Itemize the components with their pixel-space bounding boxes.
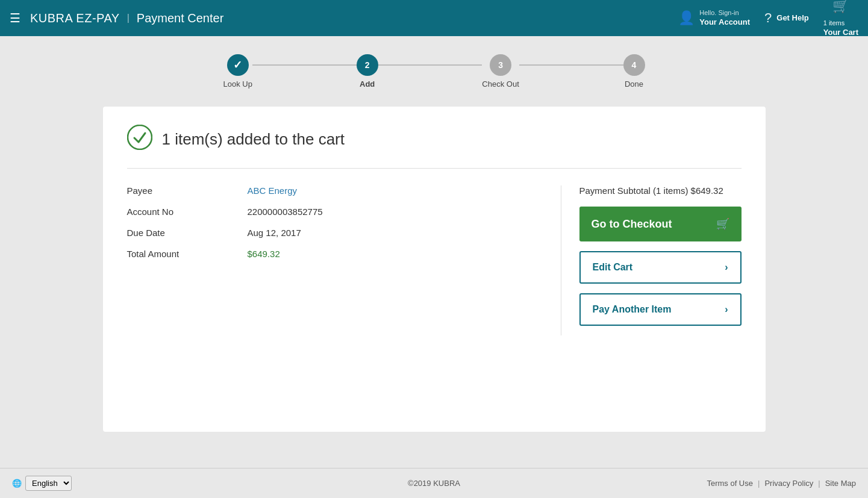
- account-action[interactable]: 👤 Hello. Sign-in Your Account: [678, 8, 750, 27]
- account-row: Account No 220000003852775: [127, 207, 543, 217]
- due-date-row: Due Date Aug 12, 2017: [127, 228, 543, 238]
- due-date-value: Aug 12, 2017: [248, 228, 301, 238]
- step-look-up-label: Look Up: [223, 79, 252, 89]
- edit-cart-button[interactable]: Edit Cart ›: [579, 251, 742, 284]
- help-action[interactable]: ? Get Help: [764, 10, 809, 26]
- checkout-button-label: Go to Checkout: [592, 218, 672, 231]
- due-date-label: Due Date: [127, 228, 248, 238]
- cart-text: 1 items Your Cart: [823, 19, 858, 37]
- success-header: 1 item(s) added to the cart: [127, 125, 742, 154]
- payee-label: Payee: [127, 185, 248, 196]
- step-add-circle: 2: [357, 54, 378, 76]
- step-look-up: ✓ Look Up: [223, 54, 252, 89]
- success-icon: [127, 125, 152, 154]
- account-icon: 👤: [678, 10, 695, 26]
- footer-links: Terms of Use | Privacy Policy | Site Map: [707, 479, 856, 488]
- footer-sep-1: |: [758, 479, 760, 488]
- account-text: Hello. Sign-in Your Account: [699, 8, 750, 27]
- app-subtitle: Payment Center: [137, 11, 224, 25]
- card-sidebar: Payment Subtotal (1 items) $649.32 Go to…: [561, 185, 742, 335]
- step-done: 4 Done: [623, 54, 645, 89]
- card-details: Payee ABC Energy Account No 220000003852…: [127, 185, 543, 335]
- step-connector-3: [519, 64, 623, 66]
- step-check-out-circle: 3: [490, 54, 511, 76]
- footer-copyright: ©2019 KUBRA: [408, 479, 460, 488]
- globe-icon: 🌐: [12, 479, 22, 488]
- cart-items-count: 1 items: [823, 19, 858, 27]
- total-row: Total Amount $649.32: [127, 249, 543, 259]
- terms-of-use-link[interactable]: Terms of Use: [707, 479, 753, 488]
- language-selector[interactable]: 🌐 English: [12, 476, 72, 491]
- payee-row: Payee ABC Energy: [127, 185, 543, 196]
- step-connector-1: [252, 64, 357, 66]
- menu-icon[interactable]: ☰: [10, 11, 20, 25]
- help-label: Get Help: [776, 13, 808, 23]
- checkout-cart-icon: 🛒: [716, 217, 729, 231]
- subtotal-text: Payment Subtotal (1 items) $649.32: [579, 185, 742, 196]
- account-label: Your Account: [699, 17, 750, 28]
- total-amount-label: Total Amount: [127, 249, 248, 259]
- checkout-button[interactable]: Go to Checkout 🛒: [579, 207, 742, 241]
- pay-another-label: Pay Another Item: [593, 304, 672, 315]
- app-title: KUBRA EZ-PAY: [30, 11, 120, 25]
- success-message: 1 item(s) added to the cart: [162, 130, 345, 149]
- help-text: Get Help: [776, 13, 808, 23]
- pay-another-button[interactable]: Pay Another Item ›: [579, 293, 742, 326]
- header-actions: 👤 Hello. Sign-in Your Account ? Get Help…: [678, 0, 858, 38]
- cart-action[interactable]: 🛒 1 items Your Cart: [823, 0, 858, 38]
- main-content: ✓ Look Up 2 Add 3 Check Out 4 Done: [0, 36, 868, 468]
- header-separator: |: [127, 13, 130, 23]
- account-hello: Hello. Sign-in: [699, 8, 750, 17]
- privacy-policy-link[interactable]: Privacy Policy: [764, 479, 813, 488]
- card-divider: [127, 168, 742, 169]
- step-add: 2 Add: [357, 54, 378, 89]
- language-select[interactable]: English: [25, 476, 72, 491]
- step-add-label: Add: [360, 79, 375, 89]
- pay-another-chevron: ›: [725, 304, 728, 315]
- app-footer: 🌐 English ©2019 KUBRA Terms of Use | Pri…: [0, 468, 868, 498]
- total-amount-value: $649.32: [248, 249, 280, 259]
- help-icon: ?: [764, 10, 772, 26]
- edit-cart-chevron: ›: [725, 262, 728, 273]
- footer-sep-2: |: [818, 479, 820, 488]
- account-no-label: Account No: [127, 207, 248, 217]
- step-look-up-circle: ✓: [227, 54, 249, 76]
- main-card: 1 item(s) added to the cart Payee ABC En…: [103, 107, 766, 432]
- step-check-out-label: Check Out: [482, 79, 519, 89]
- account-no-value: 220000003852775: [248, 207, 323, 217]
- app-header: ☰ KUBRA EZ-PAY | Payment Center 👤 Hello.…: [0, 0, 868, 36]
- edit-cart-label: Edit Cart: [593, 262, 633, 273]
- payee-value: ABC Energy: [248, 185, 298, 196]
- svg-point-0: [128, 125, 152, 149]
- card-body: Payee ABC Energy Account No 220000003852…: [127, 185, 742, 335]
- cart-icon: 🛒: [832, 0, 849, 14]
- step-done-circle: 4: [623, 54, 645, 76]
- step-check-out: 3 Check Out: [482, 54, 519, 89]
- cart-label: Your Cart: [823, 28, 858, 38]
- step-done-label: Done: [625, 79, 643, 89]
- step-connector-2: [378, 64, 482, 66]
- site-map-link[interactable]: Site Map: [825, 479, 856, 488]
- stepper: ✓ Look Up 2 Add 3 Check Out 4 Done: [223, 54, 645, 89]
